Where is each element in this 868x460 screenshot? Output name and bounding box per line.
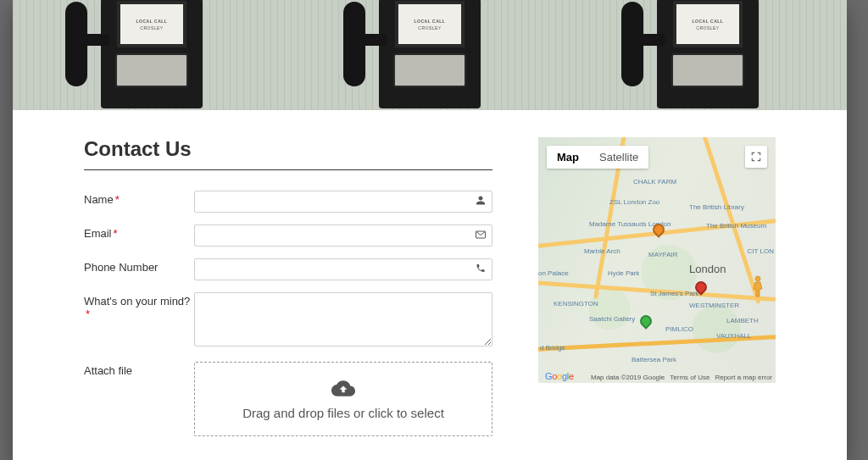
map-attribution: Map data ©2019 Google	[591, 374, 665, 381]
page-title: Contact Us	[84, 137, 492, 161]
phone-label: Phone Number	[84, 258, 194, 274]
cloud-upload-icon	[331, 379, 355, 401]
dropzone-text: Drag and drop files or click to select	[242, 406, 444, 420]
map-report-link[interactable]: Report a map error	[715, 374, 772, 381]
message-textarea[interactable]	[194, 292, 492, 346]
hero-banner: LOCAL CALL CROSLEY LOCAL CALL CROSLEY LO	[13, 0, 847, 110]
content-area: Contact Us Name* Email*	[13, 110, 847, 448]
poi-st-james: St James's Park	[650, 290, 699, 297]
poi-cit: CIT LON	[748, 247, 774, 255]
poi-british-library: The British Library	[689, 203, 744, 211]
poi-kensington: KENSINGTON	[554, 300, 598, 308]
poi-bridge: d Bridge	[540, 344, 565, 352]
hero-phone-2: LOCAL CALL CROSLEY	[291, 0, 569, 110]
email-input[interactable]	[194, 224, 492, 247]
contact-form: Contact Us Name* Email*	[84, 137, 492, 448]
poi-chalk-farm: CHALK FARM	[633, 178, 676, 186]
hero-phone-3: LOCAL CALL CROSLEY	[569, 0, 847, 110]
hero-phone-1: LOCAL CALL CROSLEY	[13, 0, 291, 110]
attach-label: Attach file	[84, 362, 194, 377]
location-map[interactable]: CHALK FARM ZSL London Zoo The British Li…	[538, 137, 776, 383]
map-footer: Google Map data ©2019 Google Terms of Us…	[542, 374, 772, 381]
poi-lambeth: LAMBETH	[726, 317, 759, 324]
map-type-control: Map Satellite	[547, 146, 648, 169]
name-input[interactable]	[194, 191, 492, 213]
page: LOCAL CALL CROSLEY LOCAL CALL CROSLEY LO	[13, 0, 847, 460]
map-type-map-button[interactable]: Map	[547, 146, 589, 169]
poi-pimlico: PIMLICO	[665, 325, 693, 333]
email-label: Email*	[84, 224, 194, 240]
map-terms-link[interactable]: Terms of Use	[670, 374, 709, 381]
poi-westminster: WESTMINSTER	[689, 302, 739, 309]
google-logo: Google	[545, 371, 574, 381]
pegman-icon[interactable]	[747, 273, 769, 300]
poi-mayfair: MAYFAIR	[648, 251, 678, 258]
phone-input[interactable]	[194, 258, 492, 280]
svg-point-1	[755, 276, 760, 281]
message-label: What's on your mind?*	[84, 292, 194, 320]
title-divider	[84, 169, 492, 170]
file-dropzone[interactable]: Drag and drop files or click to select	[194, 362, 492, 436]
poi-marble-arch: Marble Arch	[584, 247, 620, 255]
poi-british-museum: The British Museum	[706, 222, 766, 230]
city-label: London	[689, 263, 726, 275]
poi-saatchi: Saatchi Gallery	[589, 315, 635, 323]
map-column: CHALK FARM ZSL London Zoo The British Li…	[538, 137, 776, 448]
poi-hyde-park: Hyde Park	[608, 269, 639, 277]
poi-zoo: ZSL London Zoo	[609, 198, 659, 206]
map-type-satellite-button[interactable]: Satellite	[589, 146, 648, 169]
poi-vauxhall: VAUXHALL	[716, 332, 751, 340]
poi-palace: on Palace	[538, 269, 569, 277]
name-label: Name*	[84, 191, 194, 206]
fullscreen-button[interactable]	[745, 146, 767, 168]
poi-battersea: Battersea Park	[632, 356, 676, 363]
